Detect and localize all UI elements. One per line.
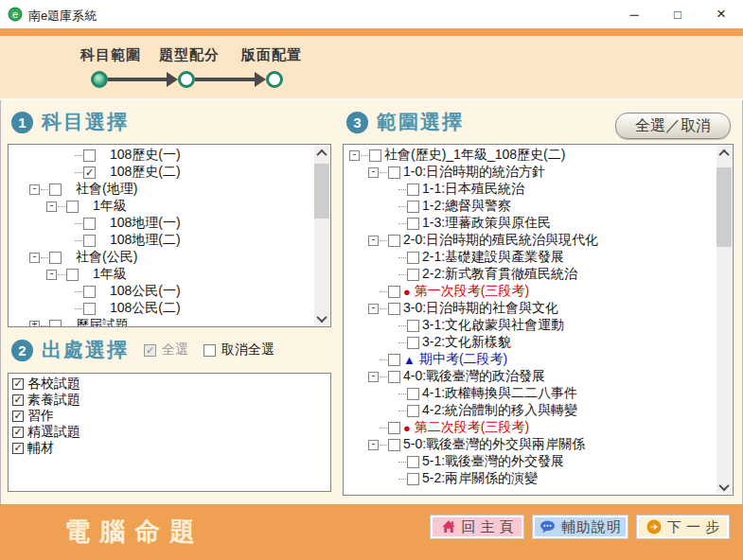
checkbox[interactable] — [407, 456, 419, 468]
checkbox[interactable] — [388, 422, 400, 434]
subject-scrollbar[interactable] — [314, 146, 329, 325]
checkbox[interactable] — [83, 218, 96, 230]
checkbox[interactable] — [83, 303, 96, 315]
scrollbar-thumb[interactable] — [716, 167, 732, 247]
expand-icon[interactable]: + — [29, 321, 40, 327]
checkbox[interactable] — [407, 218, 419, 230]
tree-node[interactable]: 1-2:總督與警察 — [344, 198, 716, 215]
step-dot-1[interactable] — [91, 71, 108, 88]
select-all-checkbox[interactable] — [144, 344, 156, 357]
close-button[interactable]: × — [699, 0, 743, 28]
deselect-all-checkbox[interactable] — [203, 344, 216, 357]
checkbox[interactable] — [369, 149, 381, 162]
tree-node[interactable]: 108歷史(一) — [9, 147, 314, 164]
help-button[interactable]: 輔助說明 — [533, 516, 628, 538]
tree-node[interactable]: ●第一次段考(三段考) — [344, 283, 716, 300]
collapse-icon[interactable]: - — [368, 236, 379, 246]
checkbox[interactable] — [407, 201, 419, 213]
tree-node[interactable]: ▲期中考(二段考) — [344, 351, 716, 368]
deselect-all-control[interactable]: 取消全選 — [203, 341, 274, 359]
checkbox[interactable] — [407, 252, 419, 264]
range-scrollbar[interactable] — [716, 146, 732, 494]
step-dot-2[interactable] — [178, 71, 195, 88]
collapse-icon[interactable]: - — [29, 253, 40, 263]
checkbox[interactable] — [388, 286, 400, 298]
checkbox[interactable] — [407, 184, 419, 196]
tree-node[interactable]: -1-0:日治時期的統治方針 — [344, 164, 716, 181]
checkbox[interactable] — [12, 427, 24, 438]
checkbox[interactable] — [83, 149, 96, 162]
checkbox[interactable] — [12, 394, 24, 406]
checkbox[interactable] — [83, 166, 96, 179]
tree-node[interactable]: -社會(地理) — [9, 181, 314, 198]
tree-node[interactable]: -3-0:日治時期的社會與文化 — [344, 300, 716, 317]
tree-node[interactable]: 108地理(二) — [9, 232, 314, 249]
scroll-up-icon[interactable] — [716, 146, 732, 160]
checkbox[interactable] — [388, 235, 400, 247]
collapse-icon[interactable]: - — [349, 150, 360, 161]
collapse-icon[interactable]: - — [46, 201, 57, 212]
tree-node[interactable]: 4-1:政權轉換與二二八事件 — [344, 385, 716, 402]
list-item[interactable]: 各校試題 — [9, 376, 330, 392]
checkbox[interactable] — [407, 337, 419, 349]
tree-node[interactable]: +歷屆試題 — [9, 317, 314, 326]
checkbox[interactable] — [83, 286, 96, 298]
scroll-down-icon[interactable] — [716, 480, 732, 494]
minimize-button[interactable]: ─ — [612, 0, 656, 28]
checkbox[interactable] — [407, 269, 419, 281]
tree-node[interactable]: 4-2:統治體制的移入與轉變 — [344, 402, 716, 419]
checkbox[interactable] — [49, 184, 62, 196]
maximize-button[interactable]: □ — [656, 0, 699, 28]
scroll-down-icon[interactable] — [314, 311, 329, 325]
toggle-select-all-button[interactable]: 全選／取消 — [615, 113, 731, 139]
checkbox[interactable] — [407, 388, 419, 400]
checkbox[interactable] — [388, 166, 400, 179]
checkbox[interactable] — [388, 371, 400, 383]
step-dot-3[interactable] — [266, 71, 283, 88]
collapse-icon[interactable]: - — [29, 184, 40, 195]
checkbox[interactable] — [66, 269, 79, 281]
checkbox[interactable] — [12, 411, 24, 422]
next-step-button[interactable]: 下一步 — [637, 516, 729, 538]
scrollbar-track[interactable] — [716, 160, 732, 480]
tree-node[interactable]: 108公民(二) — [9, 300, 314, 317]
tree-node[interactable]: -社會(歷史)_1年級_108歷史(二) — [344, 147, 716, 164]
collapse-icon[interactable]: - — [368, 440, 379, 450]
tree-node[interactable]: -1年級 — [9, 266, 314, 283]
scrollbar-track[interactable] — [314, 160, 329, 311]
checkbox[interactable] — [407, 320, 419, 332]
tree-node[interactable]: 108歷史(二) — [9, 164, 314, 181]
tree-node[interactable]: 2-1:基礎建設與產業發展 — [344, 249, 716, 266]
tree-node[interactable]: 5-2:兩岸關係的演變 — [344, 470, 716, 487]
collapse-icon[interactable]: - — [368, 167, 379, 178]
tree-node[interactable]: 5-1:戰後臺灣的外交發展 — [344, 453, 716, 470]
scroll-up-icon[interactable] — [314, 146, 329, 160]
list-item[interactable]: 輔材 — [9, 440, 330, 456]
tree-node[interactable]: -4-0:戰後臺灣的政治發展 — [344, 368, 716, 385]
tree-node[interactable]: -5-0:戰後臺灣的外交與兩岸關係 — [344, 436, 716, 453]
checkbox[interactable] — [388, 354, 400, 366]
tree-node[interactable]: -1年級 — [9, 198, 314, 215]
tree-node[interactable]: 108公民(一) — [9, 283, 314, 300]
collapse-icon[interactable]: - — [46, 270, 57, 280]
list-item[interactable]: 素養試題 — [9, 392, 330, 408]
tree-node[interactable]: 1-1:日本殖民統治 — [344, 181, 716, 198]
list-item[interactable]: 精選試題 — [9, 424, 330, 440]
list-item[interactable]: 習作 — [9, 408, 330, 424]
tree-node[interactable]: 1-3:理蕃政策與原住民 — [344, 215, 716, 232]
checkbox[interactable] — [388, 303, 400, 315]
checkbox[interactable] — [407, 405, 419, 417]
collapse-icon[interactable]: - — [368, 304, 379, 314]
checkbox[interactable] — [12, 378, 24, 390]
tree-node[interactable]: 108地理(一) — [9, 215, 314, 232]
checkbox[interactable] — [49, 252, 62, 264]
checkbox[interactable] — [66, 201, 79, 213]
tree-node[interactable]: 3-2:文化新樣貌 — [344, 334, 716, 351]
tree-node[interactable]: ●第二次段考(三段考) — [344, 419, 716, 436]
select-all-control[interactable]: 全選 — [144, 341, 188, 359]
checkbox[interactable] — [388, 439, 400, 451]
checkbox[interactable] — [12, 443, 24, 454]
tree-node[interactable]: -2-0:日治時期的殖民統治與現代化 — [344, 232, 716, 249]
checkbox[interactable] — [83, 235, 96, 247]
home-button[interactable]: 回主頁 — [431, 516, 523, 538]
